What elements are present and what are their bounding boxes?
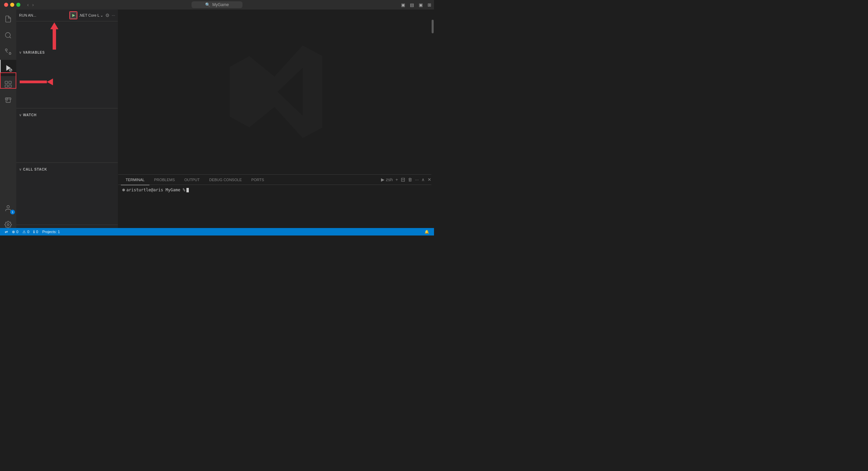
info-count: 0: [36, 230, 38, 234]
terminal-scrollbar[interactable]: [431, 10, 434, 236]
call-stack-content: [16, 173, 118, 222]
sidebar-right-icon[interactable]: ▣: [419, 2, 423, 7]
section-divider-3: [16, 225, 118, 225]
search-text: MyGame: [212, 2, 229, 7]
svg-marker-5: [6, 65, 11, 71]
section-divider-1: [16, 108, 118, 108]
tab-problems[interactable]: PROBLEMS: [149, 175, 180, 185]
terminal-more-button[interactable]: ···: [415, 177, 419, 182]
sidebar-item-testing[interactable]: [0, 92, 16, 109]
watch-chevron-icon: ∨: [19, 113, 22, 117]
split-terminal-button[interactable]: ⊟: [401, 176, 405, 183]
debug-config-dropdown[interactable]: .NET Core L ⌄: [79, 13, 103, 18]
debug-toolbar: RUN AN... .NET Core L ⌄ ⚙ ···: [16, 10, 118, 21]
panel-toggle-icon[interactable]: ▤: [410, 2, 414, 7]
watch-content: [16, 119, 118, 160]
maximize-traffic-button[interactable]: [16, 3, 20, 7]
svg-rect-9: [9, 81, 11, 84]
remote-icon: ⇌: [5, 230, 8, 234]
call-stack-section-label: CALL STACK: [23, 168, 47, 171]
terminal-prompt-line: aristurtle@aris MyGame %: [122, 188, 430, 192]
shell-name: zsh: [386, 177, 393, 182]
projects-indicator[interactable]: Projects: 1: [40, 228, 62, 236]
sidebar-item-search[interactable]: [0, 27, 16, 43]
config-name-label: .NET Core L: [79, 13, 100, 17]
notifications-button[interactable]: 🔔: [422, 228, 431, 236]
panel-tabs: TERMINAL PROBLEMS OUTPUT DEBUG CONSOLE P…: [118, 175, 434, 185]
layout-icon[interactable]: ⊞: [428, 2, 431, 7]
traffic-lights: [4, 3, 20, 7]
watch-section-header[interactable]: ∨ WATCH: [16, 111, 118, 119]
panel-actions: ▶ zsh + ⊟ 🗑 ··· ∧ ✕: [381, 176, 431, 183]
account-badge: 1: [10, 210, 15, 214]
editor-main: [118, 10, 434, 174]
run-config-label: RUN AN...: [19, 13, 68, 17]
terminal-cursor: [186, 188, 189, 192]
sidebar-item-source-control[interactable]: [0, 43, 16, 60]
sidebar-panel: RUN AN... .NET Core L ⌄ ⚙ ··· ∨ VARIABLE…: [16, 10, 118, 236]
tab-output[interactable]: OUTPUT: [180, 175, 204, 185]
scrollbar-thumb: [432, 20, 434, 33]
svg-line-1: [10, 37, 11, 38]
variables-chevron-icon: ∨: [19, 51, 22, 54]
svg-rect-10: [5, 85, 7, 87]
terminal-icon: ▶: [381, 177, 384, 182]
call-stack-section-header[interactable]: ∨ CALL STACK: [16, 165, 118, 173]
status-bar: ⇌ ⊗ 0 ⚠ 0 ℹ 0 Projects: 1 🔔: [0, 228, 434, 236]
titlebar-navigation: ‹ ›: [27, 2, 34, 7]
svg-marker-14: [72, 14, 75, 17]
new-terminal-button[interactable]: +: [396, 177, 398, 182]
error-count: 0: [16, 230, 18, 234]
svg-point-3: [5, 49, 7, 51]
status-bar-right: 🔔: [422, 228, 431, 236]
tab-terminal[interactable]: TERMINAL: [121, 175, 149, 185]
prompt-indicator: [122, 189, 125, 191]
call-stack-chevron-icon: ∨: [19, 168, 22, 171]
chevron-down-icon: ⌄: [100, 13, 103, 18]
sidebar-item-run-debug[interactable]: [0, 60, 16, 76]
error-icon: ⊗: [12, 230, 15, 234]
close-traffic-button[interactable]: [4, 3, 8, 7]
vscode-watermark: [222, 37, 330, 147]
open-launch-json-button[interactable]: ⚙: [105, 13, 110, 18]
svg-point-13: [7, 224, 9, 226]
svg-point-0: [5, 33, 11, 38]
variables-content: [16, 56, 118, 105]
variables-section-header[interactable]: ∨ VARIABLES: [16, 49, 118, 56]
panel-maximize-button[interactable]: ∧: [421, 177, 425, 182]
forward-button[interactable]: ›: [32, 2, 34, 7]
arrow-up-indicator: [50, 22, 58, 50]
more-actions-button[interactable]: ···: [112, 13, 115, 18]
warning-icon: ⚠: [22, 230, 26, 234]
svg-line-7: [10, 70, 12, 71]
terminal-panel: TERMINAL PROBLEMS OUTPUT DEBUG CONSOLE P…: [118, 174, 434, 236]
info-icon: ℹ: [33, 230, 35, 234]
start-debugging-button[interactable]: [70, 12, 77, 19]
sidebar-toggle-icon[interactable]: ▣: [401, 2, 405, 7]
sidebar-item-account[interactable]: 1: [0, 200, 16, 216]
warnings-indicator[interactable]: ⚠ 0: [20, 228, 31, 236]
titlebar-search[interactable]: 🔍 MyGame: [192, 1, 242, 8]
errors-indicator[interactable]: ⊗ 0: [10, 228, 20, 236]
watch-section-label: WATCH: [23, 113, 37, 117]
search-icon: 🔍: [205, 2, 210, 7]
tab-ports[interactable]: PORTS: [247, 175, 269, 185]
info-indicator[interactable]: ℹ 0: [31, 228, 40, 236]
remote-indicator[interactable]: ⇌: [3, 228, 10, 236]
bell-icon: 🔔: [424, 230, 429, 234]
panel-close-button[interactable]: ✕: [428, 177, 431, 182]
section-divider-2: [16, 162, 118, 163]
sidebar-item-extensions[interactable]: [0, 76, 16, 92]
projects-label: Projects: 1: [42, 230, 60, 234]
titlebar-actions: ▣ ▤ ▣ ⊞: [401, 2, 431, 7]
svg-point-12: [7, 206, 9, 208]
minimize-traffic-button[interactable]: [10, 3, 14, 7]
variables-section-label: VARIABLES: [23, 51, 45, 54]
editor-area: TERMINAL PROBLEMS OUTPUT DEBUG CONSOLE P…: [118, 10, 434, 236]
kill-terminal-button[interactable]: 🗑: [408, 177, 412, 182]
sidebar-item-explorer[interactable]: [0, 11, 16, 27]
svg-rect-11: [9, 85, 11, 87]
tab-debug-console[interactable]: DEBUG CONSOLE: [204, 175, 247, 185]
title-bar: ‹ › 🔍 MyGame ▣ ▤ ▣ ⊞: [0, 0, 434, 10]
back-button[interactable]: ‹: [27, 2, 29, 7]
